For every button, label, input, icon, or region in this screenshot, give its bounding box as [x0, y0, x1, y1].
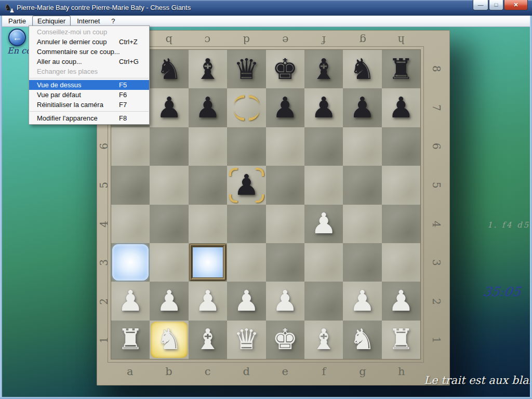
square-h2[interactable]: ♟ — [382, 282, 420, 320]
square-g4[interactable] — [343, 205, 381, 243]
piece-white-pawn: ♟ — [118, 287, 143, 315]
square-g3[interactable] — [343, 243, 381, 282]
piece-white-pawn: ♟ — [311, 209, 336, 238]
last-move-to-marker — [256, 168, 264, 176]
square-f7[interactable]: ♟ — [304, 88, 343, 127]
square-h4[interactable] — [382, 205, 420, 243]
square-f3[interactable] — [304, 243, 343, 282]
piece-black-pawn: ♟ — [350, 94, 375, 122]
menu-item-echiquier[interactable]: Echiquier — [32, 16, 71, 26]
square-d7[interactable] — [227, 88, 265, 127]
dropdown-item-modifier-l-apparence[interactable]: Modifier l'apparenceF8 — [29, 113, 149, 123]
file-label-top-c: c — [188, 33, 227, 48]
dropdown-item-echanger-les-places[interactable]: Echanger les places — [29, 66, 149, 76]
square-c7[interactable]: ♟ — [189, 88, 227, 127]
dropdown-item-label: Vue de dessus — [37, 81, 119, 89]
square-c1[interactable]: ♝ — [189, 321, 227, 359]
square-g7[interactable]: ♟ — [343, 88, 381, 127]
dropdown-item-annuler-le-dernier-coup[interactable]: Annuler le dernier coupCtrl+Z — [29, 37, 149, 47]
square-h1[interactable]: ♜ — [382, 321, 420, 359]
dropdown-item-vue-de-dessus[interactable]: Vue de dessusF5 — [29, 80, 149, 90]
square-f6[interactable] — [304, 127, 343, 166]
dropdown-item-commentaire-sur-ce-coup[interactable]: Commentaire sur ce coup... — [29, 47, 149, 57]
square-a3[interactable] — [111, 243, 150, 282]
square-a4[interactable] — [111, 205, 150, 243]
square-d1[interactable]: ♛ — [227, 321, 265, 359]
square-d5[interactable]: ♟ — [227, 166, 265, 204]
square-b1[interactable]: ♞ — [150, 321, 188, 359]
square-c6[interactable] — [189, 127, 227, 166]
square-h3[interactable] — [382, 243, 420, 282]
minimize-button[interactable]: — — [473, 0, 488, 10]
square-d4[interactable] — [227, 205, 265, 243]
square-e6[interactable] — [266, 127, 304, 166]
square-d6[interactable] — [227, 127, 265, 166]
file-label-bottom-a: a — [111, 364, 150, 382]
square-e3[interactable] — [266, 243, 304, 282]
dropdown-item-shortcut: F7 — [119, 101, 146, 109]
maximize-button[interactable]: □ — [489, 0, 503, 10]
square-e1[interactable]: ♚ — [266, 321, 304, 359]
rank-label-right-3: 3 — [417, 252, 456, 273]
square-h5[interactable] — [382, 166, 420, 204]
square-h6[interactable] — [382, 127, 420, 166]
square-f8[interactable]: ♝ — [304, 50, 343, 88]
square-a1[interactable]: ♜ — [111, 321, 150, 359]
square-g2[interactable]: ♟ — [343, 282, 381, 320]
clock-text: 35:05 — [482, 284, 522, 299]
square-b3[interactable] — [150, 243, 188, 282]
square-e7[interactable]: ♟ — [266, 88, 304, 127]
dropdown-item-shortcut: F8 — [119, 114, 146, 122]
square-b2[interactable]: ♟ — [150, 282, 188, 320]
piece-white-queen: ♛ — [234, 325, 259, 354]
square-d2[interactable]: ♟ — [227, 282, 265, 320]
file-label-bottom-f: f — [304, 364, 343, 382]
back-button[interactable]: ← — [8, 29, 26, 46]
square-a6[interactable] — [111, 127, 150, 166]
square-c8[interactable]: ♝ — [189, 50, 227, 88]
square-c4[interactable] — [189, 205, 227, 243]
square-b4[interactable] — [150, 205, 188, 243]
square-f1[interactable]: ♝ — [304, 321, 343, 359]
close-button[interactable]: ✕ — [504, 0, 528, 10]
square-a2[interactable]: ♟ — [111, 282, 150, 320]
square-d8[interactable]: ♛ — [227, 50, 265, 88]
dropdown-item-r-initialiser-la-cam-ra[interactable]: Réinitialiser la caméraF7 — [29, 100, 149, 110]
square-h8[interactable]: ♜ — [382, 50, 420, 88]
square-g1[interactable]: ♞ — [343, 321, 381, 359]
square-f4[interactable]: ♟ — [304, 205, 343, 243]
piece-white-bishop: ♝ — [311, 325, 336, 354]
square-b5[interactable] — [150, 166, 188, 204]
square-b8[interactable]: ♞ — [150, 50, 188, 88]
square-e4[interactable] — [266, 205, 304, 243]
square-e5[interactable] — [266, 166, 304, 204]
square-b7[interactable]: ♟ — [150, 88, 188, 127]
square-h7[interactable]: ♟ — [382, 88, 420, 127]
rank-label-right-6: 6 — [417, 136, 456, 157]
dropdown-item-aller-au-coup[interactable]: Aller au coup...Ctrl+G — [29, 57, 149, 66]
window-titlebar[interactable]: ♞ ♟ Pierre-Marie Baty contre Pierre-Mari… — [0, 0, 532, 16]
square-e2[interactable]: ♟ — [266, 282, 304, 320]
square-f2[interactable] — [304, 282, 343, 320]
square-f5[interactable] — [304, 166, 343, 204]
square-g5[interactable] — [343, 166, 381, 204]
menu-item-internet[interactable]: Internet — [72, 16, 105, 26]
square-g6[interactable] — [343, 127, 381, 166]
square-a5[interactable] — [111, 166, 150, 204]
square-c2[interactable]: ♟ — [189, 282, 227, 320]
square-c5[interactable] — [189, 166, 227, 204]
menu-item-?[interactable]: ? — [106, 16, 120, 26]
dropdown-item-conseillez-moi-un-coup[interactable]: Conseillez-moi un coup — [29, 27, 149, 37]
piece-white-king: ♚ — [272, 325, 298, 354]
turn-indicator-text: Le trait est aux blancs. — [424, 374, 530, 387]
square-e8[interactable]: ♚ — [266, 50, 304, 88]
dropdown-item-label: Echanger les places — [37, 68, 119, 75]
square-b6[interactable] — [150, 127, 188, 166]
window-border-left — [0, 16, 2, 399]
dropdown-item-vue-par-d-faut[interactable]: Vue par défautF6 — [29, 90, 149, 100]
menu-item-partie[interactable]: Partie — [3, 16, 31, 26]
window-border-right — [530, 16, 532, 399]
square-g8[interactable]: ♞ — [343, 50, 381, 88]
square-d3[interactable] — [227, 243, 265, 282]
square-c3[interactable] — [189, 243, 227, 282]
